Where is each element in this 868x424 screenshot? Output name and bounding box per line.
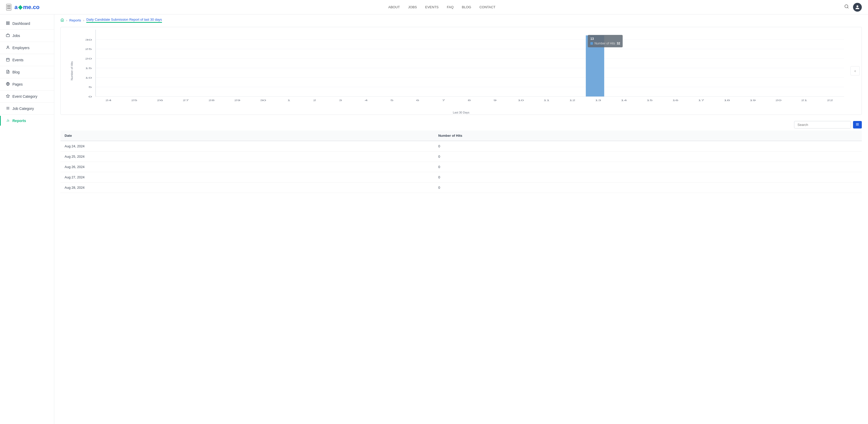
svg-text:5: 5	[89, 86, 92, 89]
svg-text:28: 28	[209, 99, 215, 102]
user-avatar[interactable]	[853, 3, 862, 11]
svg-text:15: 15	[85, 67, 92, 69]
svg-text:13: 13	[595, 99, 601, 102]
nav-events[interactable]: EVENTS	[425, 5, 439, 9]
svg-text:16: 16	[672, 99, 678, 102]
svg-text:10: 10	[85, 76, 92, 79]
job-category-icon	[6, 106, 10, 111]
sidebar-item-blog[interactable]: Blog	[0, 67, 54, 77]
svg-text:18: 18	[724, 99, 730, 102]
sidebar-label-event-category: Event Category	[12, 94, 37, 98]
svg-text:26: 26	[157, 99, 163, 102]
svg-text:15: 15	[647, 99, 653, 102]
search-input[interactable]	[794, 121, 851, 129]
svg-rect-3	[8, 22, 9, 23]
sidebar-item-pages[interactable]: Pages	[0, 79, 54, 89]
list-view-button[interactable]	[853, 121, 862, 129]
cell-date: Aug 26, 2024	[60, 162, 434, 172]
breadcrumb-reports[interactable]: Reports	[69, 18, 81, 22]
cell-hits: 0	[434, 182, 862, 193]
svg-marker-16	[6, 94, 9, 97]
table-toolbar	[60, 121, 862, 129]
svg-text:24: 24	[105, 99, 112, 102]
svg-text:0: 0	[89, 95, 92, 98]
svg-rect-8	[6, 58, 9, 61]
table-row: Aug 27, 2024 0	[60, 172, 862, 182]
cell-hits: 0	[434, 162, 862, 172]
svg-line-1	[847, 7, 848, 8]
logo-dot: ◆	[18, 4, 23, 10]
cell-hits: 0	[434, 172, 862, 182]
jobs-icon	[6, 33, 10, 38]
collapse-icon: ‹	[855, 69, 856, 73]
breadcrumb-home[interactable]	[60, 18, 64, 23]
x-axis-label: Last 30 Days	[453, 111, 469, 114]
cell-date: Aug 24, 2024	[60, 141, 434, 151]
nav-faq[interactable]: FAQ	[447, 5, 454, 9]
svg-text:22: 22	[827, 99, 833, 102]
table-row: Aug 25, 2024 0	[60, 151, 862, 162]
bar-13	[586, 35, 604, 96]
sidebar-label-jobs: Jobs	[12, 34, 20, 38]
svg-text:1: 1	[287, 99, 290, 102]
search-icon-button[interactable]	[844, 4, 849, 10]
nav-contact[interactable]: CONTACT	[479, 5, 495, 9]
sidebar-item-event-category[interactable]: Event Category	[0, 91, 54, 101]
svg-text:29: 29	[234, 99, 241, 102]
collapse-button[interactable]: ‹	[850, 66, 860, 76]
table-body: Aug 24, 2024 0 Aug 25, 2024 0 Aug 26, 20…	[60, 141, 862, 193]
svg-text:20: 20	[85, 57, 92, 60]
employers-icon	[6, 46, 10, 50]
sidebar-label-dashboard: Dashboard	[12, 22, 30, 26]
svg-text:14: 14	[621, 99, 627, 102]
sidebar-label-employers: Employers	[12, 46, 29, 50]
sidebar-label-reports: Reports	[12, 119, 26, 123]
svg-text:9: 9	[493, 99, 497, 102]
table-row: Aug 28, 2024 0	[60, 182, 862, 193]
chart-section: Number of Hits 0	[60, 27, 862, 115]
reports-icon	[6, 118, 10, 123]
svg-text:17: 17	[698, 99, 704, 102]
chart-svg: 0 5 10 15 20 25 30	[71, 30, 857, 107]
svg-point-7	[7, 46, 8, 47]
sidebar-label-blog: Blog	[12, 70, 20, 74]
logo-text: a	[14, 4, 18, 10]
svg-rect-6	[6, 34, 9, 37]
main-nav: ABOUT JOBS EVENTS FAQ BLOG CONTACT	[388, 5, 495, 9]
sidebar-item-dashboard[interactable]: Dashboard	[0, 19, 54, 28]
col-date: Date	[60, 131, 434, 141]
cell-date: Aug 27, 2024	[60, 172, 434, 182]
svg-text:7: 7	[442, 99, 445, 102]
logo-text-2: me.co	[23, 4, 39, 10]
cell-hits: 0	[434, 141, 862, 151]
sidebar-item-jobs[interactable]: Jobs	[0, 31, 54, 40]
breadcrumb-current: Daily Candidate Submission Report of las…	[86, 18, 162, 23]
breadcrumb-sep-1: ›	[66, 18, 67, 22]
cell-date: Aug 25, 2024	[60, 151, 434, 162]
svg-text:19: 19	[750, 99, 756, 102]
svg-text:8: 8	[468, 99, 471, 102]
nav-about[interactable]: ABOUT	[388, 5, 400, 9]
sidebar-label-job-category: Job Category	[12, 107, 34, 111]
svg-rect-2	[6, 22, 7, 23]
nav-blog[interactable]: BLOG	[462, 5, 471, 9]
sidebar-item-job-category[interactable]: Job Category	[0, 104, 54, 113]
svg-text:25: 25	[85, 48, 92, 51]
logo[interactable]: a◆me.co	[14, 4, 39, 10]
event-category-icon	[6, 94, 10, 99]
col-hits: Number of Hits	[434, 131, 862, 141]
svg-text:3: 3	[339, 99, 342, 102]
page-content: Number of Hits 0	[54, 23, 868, 197]
svg-text:12: 12	[569, 99, 575, 102]
svg-text:30: 30	[85, 38, 92, 41]
sidebar-item-reports[interactable]: Reports	[0, 116, 54, 126]
svg-text:6: 6	[416, 99, 419, 102]
sidebar-item-employers[interactable]: Employers	[0, 43, 54, 53]
sidebar-item-events[interactable]: Events	[0, 55, 54, 65]
svg-rect-5	[8, 24, 9, 25]
cell-date: Aug 28, 2024	[60, 182, 434, 193]
breadcrumb-sep-2: ›	[83, 18, 84, 22]
nav-jobs[interactable]: JOBS	[408, 5, 417, 9]
hamburger-menu[interactable]: ☰	[6, 4, 11, 10]
pages-icon	[6, 82, 10, 87]
